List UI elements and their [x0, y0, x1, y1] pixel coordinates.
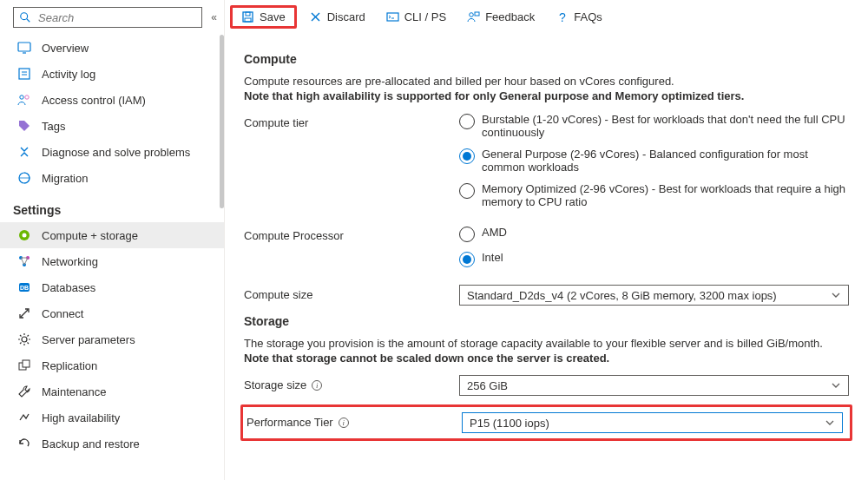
networking-icon — [17, 254, 31, 268]
radio-icon — [459, 183, 475, 199]
sidebar-scrollbar[interactable] — [220, 35, 224, 208]
search-icon — [19, 11, 31, 23]
feedback-icon — [467, 10, 480, 23]
cli-label: CLI / PS — [404, 10, 446, 23]
connect-icon — [17, 306, 31, 320]
compute-size-dropdown[interactable]: Standard_D2ds_v4 (2 vCores, 8 GiB memory… — [459, 285, 849, 306]
svg-rect-30 — [475, 12, 479, 16]
activity-log-icon — [17, 67, 31, 81]
feedback-button[interactable]: Feedback — [458, 7, 543, 27]
svg-rect-22 — [23, 360, 30, 367]
info-icon[interactable]: i — [312, 380, 322, 391]
chevron-down-icon — [831, 290, 841, 300]
sidebar-item-high-availability[interactable]: High availability — [0, 404, 224, 431]
nav-label: Migration — [42, 172, 88, 185]
nav-label: Diagnose and solve problems — [42, 146, 190, 159]
sidebar-item-activity-log[interactable]: Activity log — [0, 61, 224, 87]
svg-line-16 — [21, 258, 24, 265]
performance-tier-highlight: Performance Tier i P15 (1100 iops) — [240, 404, 852, 441]
select-value: 256 GiB — [467, 379, 508, 392]
cli-button[interactable]: CLI / PS — [378, 7, 455, 27]
cli-icon — [386, 10, 399, 23]
feedback-label: Feedback — [485, 10, 535, 23]
radio-label: Memory Optimized (2-96 vCores) - Best fo… — [482, 182, 849, 208]
sidebar-item-connect[interactable]: Connect — [0, 300, 224, 326]
chevron-down-icon — [831, 380, 841, 391]
replication-icon — [17, 358, 31, 372]
maintenance-icon — [17, 385, 31, 398]
svg-point-29 — [470, 13, 474, 17]
compute-tier-label: Compute tier — [244, 113, 459, 129]
radio-label: AMD — [482, 226, 507, 239]
svg-rect-2 — [18, 43, 30, 51]
faqs-icon: ? — [556, 10, 569, 23]
storage-note: Note that storage cannot be scaled down … — [244, 352, 849, 365]
compute-tier-burstable[interactable]: Burstable (1-20 vCores) - Best for workl… — [459, 113, 849, 139]
sidebar-item-access-control[interactable]: Access control (IAM) — [0, 87, 224, 113]
performance-tier-label: Performance Tier i — [247, 412, 462, 429]
settings-section-header: Settings — [0, 191, 224, 222]
collapse-sidebar-icon[interactable]: « — [211, 11, 217, 23]
nav-label: Activity log — [42, 68, 95, 81]
svg-rect-28 — [387, 13, 398, 21]
sidebar: « Overview Activity log Access control (… — [0, 0, 225, 480]
nav-label: Databases — [42, 281, 95, 294]
sidebar-item-diagnose[interactable]: Diagnose and solve problems — [0, 139, 224, 165]
storage-heading: Storage — [244, 314, 849, 328]
discard-button[interactable]: Discard — [300, 7, 374, 27]
compute-heading: Compute — [244, 52, 849, 66]
tags-icon — [17, 119, 31, 133]
sidebar-item-migration[interactable]: Migration — [0, 165, 224, 191]
main-panel: Save Discard CLI / PS Feedback ? FAQs Co… — [225, 0, 868, 480]
sidebar-item-maintenance[interactable]: Maintenance — [0, 378, 224, 404]
nav-label: Maintenance — [42, 385, 106, 398]
compute-tier-general-purpose[interactable]: General Purpose (2-96 vCores) - Balanced… — [459, 148, 849, 174]
sidebar-item-server-parameters[interactable]: Server parameters — [0, 326, 224, 352]
compute-size-label: Compute size — [244, 285, 459, 301]
discard-label: Discard — [327, 10, 365, 23]
migration-icon — [17, 171, 31, 185]
high-availability-icon — [17, 411, 31, 424]
nav-label: Compute + storage — [42, 229, 138, 242]
radio-icon — [459, 227, 475, 242]
compute-processor-intel[interactable]: Intel — [459, 251, 849, 267]
sidebar-item-replication[interactable]: Replication — [0, 352, 224, 378]
sidebar-item-backup-restore[interactable]: Backup and restore — [0, 431, 224, 457]
toolbar: Save Discard CLI / PS Feedback ? FAQs — [225, 0, 868, 35]
discard-icon — [309, 10, 322, 23]
sidebar-item-networking[interactable]: Networking — [0, 248, 224, 274]
sidebar-item-overview[interactable]: Overview — [0, 35, 224, 61]
nav-label: Overview — [42, 42, 89, 55]
compute-tier-memory-optimized[interactable]: Memory Optimized (2-96 vCores) - Best fo… — [459, 182, 849, 208]
faqs-button[interactable]: ? FAQs — [547, 7, 611, 27]
nav-label: Networking — [42, 255, 98, 268]
radio-icon — [459, 148, 475, 164]
sidebar-item-databases[interactable]: DB Databases — [0, 274, 224, 300]
nav-label: Connect — [42, 307, 83, 320]
radio-label: General Purpose (2-96 vCores) - Balanced… — [482, 148, 849, 174]
svg-point-7 — [20, 95, 23, 99]
storage-desc: The storage you provision is the amount … — [244, 337, 849, 350]
nav-label: Backup and restore — [42, 437, 140, 450]
radio-icon — [459, 252, 475, 267]
search-box[interactable] — [13, 7, 202, 28]
info-icon[interactable]: i — [339, 418, 349, 428]
search-input[interactable] — [36, 10, 196, 25]
compute-processor-amd[interactable]: AMD — [459, 226, 849, 242]
radio-label: Intel — [482, 251, 503, 264]
performance-tier-dropdown[interactable]: P15 (1100 iops) — [462, 412, 843, 433]
save-button[interactable]: Save — [230, 5, 297, 29]
compute-desc: Compute resources are pre-allocated and … — [244, 75, 849, 88]
overview-icon — [17, 41, 31, 55]
svg-rect-4 — [19, 69, 30, 79]
compute-note: Note that high availability is supported… — [244, 89, 849, 102]
svg-text:DB: DB — [20, 285, 29, 291]
radio-label: Burstable (1-20 vCores) - Best for workl… — [482, 113, 849, 139]
save-label: Save — [260, 10, 286, 23]
sidebar-item-tags[interactable]: Tags — [0, 113, 224, 139]
nav-label: Tags — [42, 120, 65, 133]
nav-label: Access control (IAM) — [42, 94, 146, 107]
sidebar-item-compute-storage[interactable]: Compute + storage — [0, 222, 224, 248]
storage-size-dropdown[interactable]: 256 GiB — [459, 375, 849, 396]
compute-storage-icon — [17, 228, 31, 242]
